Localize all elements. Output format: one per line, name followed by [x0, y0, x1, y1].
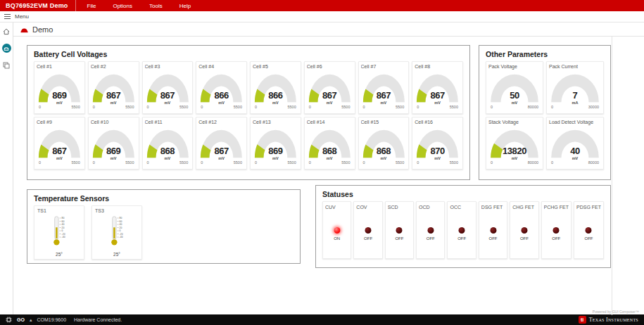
status-card: SCDOFF	[385, 201, 414, 259]
app-title: BQ76952EVM Demo	[6, 2, 68, 9]
temperature-sensors-panel: Temperature Sensors TS1806040200-20-4025…	[27, 189, 301, 264]
menu-file[interactable]: File	[79, 3, 105, 9]
status-label: CHG FET	[512, 205, 536, 211]
gauge-max-label: 5500	[288, 105, 296, 109]
gauge-widget: 13820mV080000	[488, 126, 541, 167]
menu-options[interactable]: Options	[104, 3, 141, 9]
status-card: PDSG FETOFF	[574, 201, 604, 259]
gauge-min-label: 0	[417, 160, 419, 165]
com-port-label: COM19:9600	[37, 317, 66, 322]
top-menu: File Options Tools Help	[75, 0, 200, 11]
gauge-value: 868	[145, 146, 191, 156]
status-state: OFF	[542, 236, 571, 241]
led-icon	[334, 227, 340, 234]
gauge-min-label: 0	[491, 160, 493, 165]
gauge-widget: 867mV05500	[415, 70, 460, 111]
panel-title-battery: Battery Cell Voltages	[27, 46, 469, 61]
status-state: OFF	[510, 236, 538, 241]
status-state: ON	[323, 236, 351, 241]
demo-page-icon	[20, 26, 28, 33]
gauge-widget: 866mV05500	[253, 70, 298, 111]
gauge-min-label: 0	[39, 160, 41, 165]
gauge-label: Cell #9	[37, 120, 82, 126]
svg-text:0: 0	[120, 229, 121, 232]
gauge-min-label: 0	[417, 105, 419, 109]
menu-help[interactable]: Help	[171, 3, 199, 9]
go-label[interactable]: GO	[17, 317, 25, 322]
svg-text:-20: -20	[120, 233, 123, 236]
gauge-max-label: 80000	[528, 160, 538, 165]
gauge-label: Cell #13	[253, 120, 298, 126]
ti-bug-icon: ti	[579, 316, 586, 324]
status-state: OFF	[479, 236, 507, 241]
menu-tools[interactable]: Tools	[141, 3, 171, 9]
gauge-label: Cell #11	[145, 120, 191, 126]
svg-text:20: 20	[62, 227, 65, 229]
led-icon	[459, 227, 465, 234]
caret-up-icon[interactable]: ▴	[30, 317, 32, 322]
gauge-label: Load Detect Voltage	[549, 120, 601, 126]
gauge-card: Cell #5866mV05500	[250, 61, 301, 114]
other-params-grid: Pack Voltage50mV080000Pack Current7mA030…	[479, 61, 610, 170]
status-card: DSG FETOFF	[479, 201, 507, 259]
gauge-widget: 869mV05500	[37, 70, 82, 111]
gauge-label: Cell #1	[37, 64, 82, 70]
gauge-max-label: 30000	[588, 105, 599, 109]
gauge-value: 867	[415, 90, 460, 101]
svg-text:20: 20	[120, 227, 122, 229]
svg-text:0: 0	[62, 229, 63, 232]
gauge-widget: 870mV05500	[415, 126, 460, 167]
svg-text:60: 60	[62, 220, 65, 223]
battery-cell-grid: Cell #1869mV05500Cell #2867mV05500Cell #…	[27, 61, 469, 170]
led-icon	[521, 227, 527, 234]
gauge-max-label: 5500	[341, 160, 350, 165]
gauge-widget: 869mV05500	[91, 126, 137, 167]
status-label: PCHG FET	[544, 205, 569, 211]
gauge-min-label: 0	[309, 105, 311, 109]
svg-text:40: 40	[62, 223, 65, 226]
gauge-widget: 868mV05500	[361, 126, 407, 167]
status-label: OCD	[419, 205, 442, 211]
sidebar	[0, 23, 13, 314]
gauge-label: Cell #5	[253, 64, 298, 70]
registers-icon[interactable]	[2, 60, 11, 70]
gauge-widget: 866mV05500	[198, 70, 244, 111]
status-label: DSG FET	[481, 205, 505, 211]
gauge-card: Cell #11868mV05500	[142, 117, 194, 170]
gauge-widget: 867mV05500	[145, 70, 191, 111]
app-header: BQ76952EVM Demo File Options Tools Help	[0, 0, 644, 11]
status-state: OFF	[354, 236, 381, 241]
gauge-card: Cell #8867mV05500	[412, 61, 463, 114]
gauge-max-label: 5500	[125, 105, 134, 109]
page-title: Demo	[32, 25, 53, 34]
gauge-value: 50	[488, 90, 541, 101]
status-card: CUVON	[322, 201, 351, 259]
panel-title-other: Other Parameters	[479, 46, 610, 61]
gauge-min-label: 0	[93, 105, 95, 109]
gauge-card: Stack Voltage13820mV080000	[486, 117, 543, 170]
gauge-label: Cell #4	[198, 64, 244, 70]
temp-value: 25°	[37, 252, 81, 257]
temp-sensor-label: TS1	[37, 208, 81, 215]
menu-bar: Menu	[0, 11, 644, 23]
gauge-card: Cell #12867mV05500	[196, 117, 247, 170]
gauge-value: 866	[198, 90, 244, 101]
main-area: Demo Battery Cell Voltages Cell #1869mV0…	[0, 23, 644, 314]
demo-dashboard-icon[interactable]	[2, 44, 11, 53]
gauge-value: 40	[549, 146, 601, 156]
hamburger-icon[interactable]	[4, 14, 11, 20]
gauge-widget: 867mV05500	[37, 126, 82, 167]
gauge-value: 869	[253, 146, 298, 156]
home-icon[interactable]	[2, 27, 11, 36]
gauge-card: Cell #14868mV05500	[304, 117, 355, 170]
gauge-max-label: 5500	[234, 105, 242, 109]
gauge-min-label: 0	[201, 105, 203, 109]
temp-sensor-card: TS3806040200-20-4025°	[91, 205, 142, 260]
gauge-card: Cell #2867mV05500	[88, 61, 139, 114]
gauge-max-label: 80000	[588, 160, 599, 165]
gauge-min-label: 0	[363, 160, 365, 165]
gauge-card: Cell #7867mV05500	[358, 61, 410, 114]
status-card: OCCOFF	[447, 201, 476, 259]
chip-icon[interactable]	[6, 317, 12, 323]
gauge-label: Pack Current	[549, 64, 601, 70]
